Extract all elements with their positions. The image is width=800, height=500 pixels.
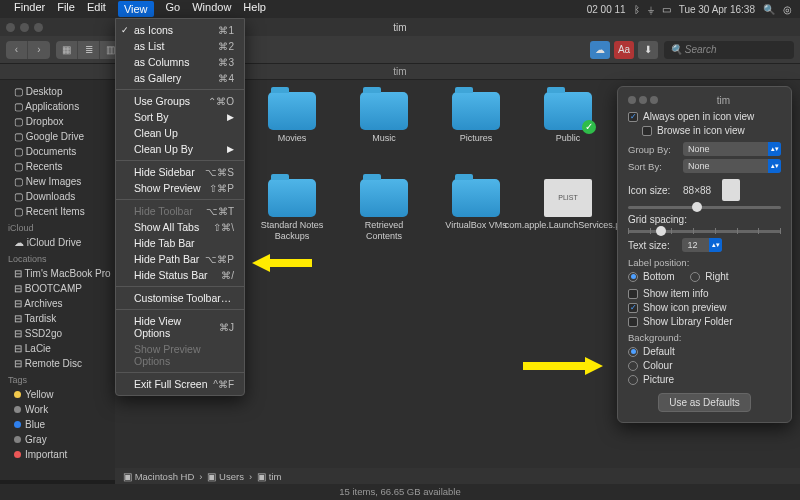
view-menu-item[interactable]: Show Preview⇧⌘P [116, 180, 244, 196]
menubar-items: Finder File Edit View Go Window Help [14, 1, 266, 17]
folder-item[interactable]: VirtualBox VMs [442, 179, 510, 241]
folder-item[interactable]: Movies [258, 92, 326, 143]
bg-picture-radio[interactable] [628, 375, 638, 385]
sidebar-item[interactable]: ▢ Documents [0, 144, 115, 159]
sidebar-tag[interactable]: Blue [0, 417, 115, 432]
always-open-checkbox[interactable] [628, 112, 638, 122]
sidebar-item[interactable]: ⊟ Remote Disc [0, 356, 115, 371]
grid-spacing-slider[interactable] [628, 230, 781, 233]
spotlight-icon[interactable]: 🔍 [763, 4, 775, 15]
clock[interactable]: Tue 30 Apr 16:38 [679, 4, 755, 15]
view-menu-item[interactable]: Hide Tab Bar [116, 235, 244, 251]
view-menu-item[interactable]: Customise Toolbar… [116, 290, 244, 306]
panel-title: tim [666, 95, 781, 106]
search-input[interactable]: 🔍 Search [664, 41, 794, 59]
view-menu-item[interactable]: Show All Tabs⇧⌘\ [116, 219, 244, 235]
show-library-folder-checkbox[interactable] [628, 317, 638, 327]
traffic-lights[interactable] [6, 23, 43, 32]
view-menu-item[interactable]: ✓as Icons⌘1 [116, 22, 244, 38]
folder-item[interactable]: Music [350, 92, 418, 143]
icon-size-slider[interactable] [628, 206, 781, 209]
back-button[interactable]: ‹ [6, 41, 28, 59]
menu-view[interactable]: View [118, 1, 154, 17]
forward-button[interactable]: › [28, 41, 50, 59]
sidebar-item[interactable]: ▢ Downloads [0, 189, 115, 204]
menu-go[interactable]: Go [166, 1, 181, 17]
bg-colour-radio[interactable] [628, 361, 638, 371]
view-menu-item[interactable]: as List⌘2 [116, 38, 244, 54]
view-menu-item[interactable]: Hide Path Bar⌥⌘P [116, 251, 244, 267]
wifi-icon[interactable]: ⏚ [648, 4, 654, 15]
view-menu-item[interactable]: Use Groups⌃⌘O [116, 93, 244, 109]
sidebar-item[interactable]: ▢ Google Drive [0, 129, 115, 144]
sidebar-item[interactable]: ▢ New Images [0, 174, 115, 189]
sidebar-item[interactable]: ▢ Recents [0, 159, 115, 174]
view-menu-item[interactable]: Clean Up By▶ [116, 141, 244, 157]
view-menu-item[interactable]: Sort By▶ [116, 109, 244, 125]
siri-icon[interactable]: ◎ [783, 4, 792, 15]
bg-default-radio[interactable] [628, 347, 638, 357]
sidebar-item[interactable]: ⊟ SSD2go [0, 326, 115, 341]
sidebar-item[interactable]: ⊟ LaCie [0, 341, 115, 356]
sidebar-tag[interactable]: Important [0, 447, 115, 462]
pathbar-segment[interactable]: ▣ Users [207, 471, 243, 482]
sidebar-item[interactable]: ▢ Desktop [0, 84, 115, 99]
folder-item[interactable]: Standard Notes Backups [258, 179, 326, 241]
battery-icon[interactable]: ▭ [662, 4, 671, 15]
sidebar-item[interactable]: ⊟ BOOTCAMP [0, 281, 115, 296]
view-menu-item[interactable]: as Gallery⌘4 [116, 70, 244, 86]
view-icons-button[interactable]: ▦ [56, 41, 78, 59]
sidebar-tag[interactable]: Work [0, 402, 115, 417]
show-item-info-checkbox[interactable] [628, 289, 638, 299]
toolbar-app-icons: ☁ Aa ⬇ [590, 41, 658, 59]
use-as-defaults-button[interactable]: Use as Defaults [658, 393, 751, 412]
view-list-button[interactable]: ≣ [78, 41, 100, 59]
folder-item[interactable]: ✓Public [534, 92, 602, 143]
sidebar-item[interactable]: ▢ Dropbox [0, 114, 115, 129]
sidebar-item[interactable]: ⊟ Archives [0, 296, 115, 311]
sidebar-item[interactable]: ☁ iCloud Drive [0, 235, 115, 250]
group-by-select[interactable]: None▴▾ [683, 142, 781, 156]
folder-item[interactable]: Pictures [442, 92, 510, 143]
sidebar-item[interactable]: ▢ Applications [0, 99, 115, 114]
dropbox-app-icon[interactable]: ⬇ [638, 41, 658, 59]
menu-edit[interactable]: Edit [87, 1, 106, 17]
bluetooth-icon[interactable]: ᛒ [634, 4, 640, 15]
view-menu-item[interactable]: Clean Up [116, 125, 244, 141]
sidebar-tag[interactable]: Gray [0, 432, 115, 447]
sidebar-item[interactable]: ▢ Recent Items [0, 204, 115, 219]
folder-item[interactable]: Retrieved Contents [350, 179, 418, 241]
sort-by-label: Sort By: [628, 161, 678, 172]
view-menu-item[interactable]: Exit Full Screen^⌘F [116, 376, 244, 392]
view-menu-item[interactable]: Hide Status Bar⌘/ [116, 267, 244, 283]
view-menu-item[interactable]: as Columns⌘3 [116, 54, 244, 70]
group-by-label: Group By: [628, 144, 678, 155]
menubar-status: 02 00 11 ᛒ ⏚ ▭ Tue 30 Apr 16:38 🔍 ◎ [587, 4, 792, 15]
menu-window[interactable]: Window [192, 1, 231, 17]
red-app-icon[interactable]: Aa [614, 41, 634, 59]
view-menu-item[interactable]: Hide View Options⌘J [116, 313, 244, 341]
menubar-app[interactable]: Finder [14, 1, 45, 17]
menu-help[interactable]: Help [243, 1, 266, 17]
folder-item[interactable]: PLISTcom.apple.LaunchServices.plist [534, 179, 602, 241]
pathbar-segment[interactable]: ▣ Macintosh HD [123, 471, 194, 482]
sort-by-select[interactable]: None▴▾ [683, 159, 781, 173]
label-bottom-radio[interactable] [628, 272, 638, 282]
nav-back-forward[interactable]: ‹ › [6, 41, 50, 59]
sidebar-tag[interactable]: Yellow [0, 387, 115, 402]
icon-size-value: 88×88 [683, 185, 711, 196]
status-bar: 15 items, 66.65 GB available [0, 484, 800, 500]
sidebar-item[interactable]: ⊟ Tim's MacBook Pro [0, 266, 115, 281]
pathbar-segment[interactable]: ▣ tim [257, 471, 281, 482]
label-right-radio[interactable] [690, 272, 700, 282]
path-bar[interactable]: ▣ Macintosh HD›▣ Users›▣ tim [115, 468, 800, 484]
menu-file[interactable]: File [57, 1, 75, 17]
view-menu-item[interactable]: Hide Sidebar⌥⌘S [116, 164, 244, 180]
panel-traffic-lights[interactable] [628, 95, 661, 106]
browse-checkbox[interactable] [642, 126, 652, 136]
sidebar-item[interactable]: ⊟ Tardisk [0, 311, 115, 326]
text-size-select[interactable]: 12▴▾ [682, 238, 722, 252]
svg-marker-0 [252, 254, 312, 272]
show-icon-preview-checkbox[interactable] [628, 303, 638, 313]
cloud-app-icon[interactable]: ☁ [590, 41, 610, 59]
